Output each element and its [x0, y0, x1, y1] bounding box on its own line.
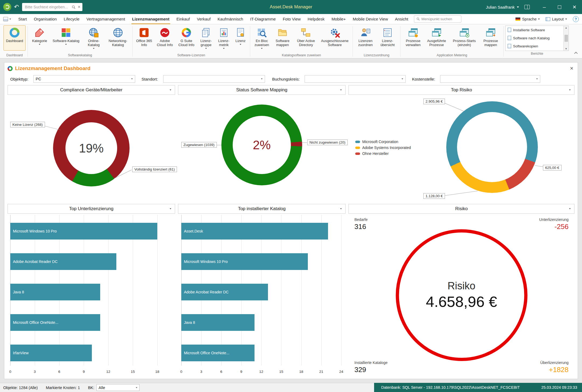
kostenstelle-combo[interactable] [440, 75, 540, 83]
kategorie-button[interactable]: Kategorie [30, 25, 50, 51]
lizenzmetrik-button[interactable]: Lizenz-metrik [215, 25, 232, 51]
button-label: Dashboard [6, 39, 23, 43]
minimize-button[interactable]: – [537, 0, 552, 14]
office365-info-button[interactable]: Office 365 Info [134, 25, 154, 51]
statusbar-right: Datenbank: SQL Server - 192.168.10.179\S… [374, 383, 582, 392]
tab-organisation[interactable]: Organisation [30, 14, 60, 24]
tab-verkauf[interactable]: Verkauf [193, 14, 214, 24]
callout-adobe-value: 1.128,00 € [423, 193, 445, 199]
close-icon[interactable]: × [569, 65, 574, 71]
legend-marker [355, 147, 360, 149]
tab-foto-view[interactable]: Foto View [279, 14, 304, 24]
legend-item-ohne-hersteller: Ohne Hersteller [355, 151, 411, 157]
scroll-down-icon[interactable]: ▼ [565, 47, 567, 50]
tab-vertragsmanagement[interactable]: Vertragsmanagement [83, 14, 128, 24]
button-label: Software mappen [273, 39, 292, 47]
menu-tabbar: Start Organisation Lifecycle Vertragsman… [0, 14, 582, 24]
language-menu[interactable]: Sprache [515, 17, 540, 21]
status-mapping-panel: Status Software Mapping 2% Zugewiesen (1… [178, 85, 346, 202]
window-title: Asset.Desk Manager [270, 4, 312, 10]
lizenz-button[interactable]: Lizenz [233, 25, 248, 51]
chart-options-button[interactable] [167, 86, 174, 94]
networking-katalog-button[interactable]: Networking-Katalog [106, 25, 130, 51]
tab-kaufmaennisch[interactable]: Kaufmännisch [214, 14, 247, 24]
callout-keine-lizenz: Keine Lizenz (268) [10, 122, 45, 127]
bar-label: Java 8 [10, 290, 24, 294]
menu-search[interactable] [414, 15, 461, 23]
scroll-up-icon[interactable]: ▲ [565, 26, 567, 29]
report-item-software-nach-katalog[interactable]: Software nach Katalog [506, 34, 563, 42]
online-katalog-button[interactable]: Online-Katalog [82, 25, 105, 51]
maximize-button[interactable] [552, 0, 567, 14]
panel-layout-icon[interactable] [524, 5, 530, 9]
tab-einkauf[interactable]: Einkauf [173, 14, 193, 24]
chart-options-button[interactable] [337, 86, 344, 94]
chart-header: Status Software Mapping [178, 85, 346, 95]
top-installierter-katalog-chart: 03691215182124Asset.DeskMicrosoft Window… [178, 214, 346, 376]
tab-start[interactable]: Start [15, 14, 30, 24]
axis-tick-label: 15 [279, 370, 283, 374]
tab-ansicht[interactable]: Ansicht [391, 14, 412, 24]
dashboard-button[interactable]: Dashboard [4, 25, 26, 51]
menu-search-input[interactable] [421, 17, 459, 21]
tab-helpdesk[interactable]: Helpdesk [304, 14, 328, 24]
software-katalog-button[interactable]: Software-Katalog [50, 25, 82, 51]
close-button[interactable]: × [567, 0, 582, 14]
chart-options-button[interactable] [566, 205, 573, 213]
compliance-percentage: 19% [79, 141, 104, 155]
software-mappen-button[interactable]: Software mappen [272, 25, 293, 51]
language-label: Sprache [522, 17, 536, 21]
ausgefuehrte-prozesse-button[interactable]: Ausgeführte Prozesse [424, 25, 449, 51]
en-bloc-zuweisen-button[interactable]: En Bloc zuweisen [252, 25, 271, 51]
buchungskreis-combo[interactable] [305, 75, 406, 83]
global-search[interactable]: × [22, 3, 82, 11]
button-label: Prozesse verwalten [404, 39, 423, 47]
legend-label: Adobe Systems Incorporated [362, 145, 411, 150]
bk-select[interactable]: Alle [96, 384, 140, 391]
gsuite-cloud-info-button[interactable]: G Suite Cloud Info [176, 25, 197, 51]
ueber-active-directory-button[interactable]: Über Active Directory [294, 25, 318, 51]
adobe-cloud-info-button[interactable]: Adobe Cloud Info [154, 25, 175, 51]
prozesse-mappen-button[interactable]: Prozesse mappen [480, 25, 501, 51]
top-risiko-donut [446, 101, 538, 193]
bar-label: Microsoft Office OneNote... [10, 320, 58, 325]
clear-search-icon[interactable]: × [77, 5, 81, 9]
stat-installierte-kataloge: Installierte Kataloge 329 [354, 360, 388, 374]
chart-options-button[interactable] [167, 205, 174, 213]
chart-options-button[interactable] [337, 205, 344, 213]
scrollbar-thumb[interactable] [564, 35, 568, 42]
plot-area: 0369121518Microsoft Windows 10 ProAdobe … [10, 215, 157, 366]
tab-mobile-plus[interactable]: Mobile+ [328, 14, 349, 24]
ausgeschlossene-software-button[interactable]: Ausgeschlossene Software [319, 25, 351, 51]
lizenzen-zuordnen-button[interactable]: Lizenzen zuordnen [355, 25, 376, 51]
tab-it-diagramme[interactable]: IT-Diagramme [247, 14, 279, 24]
stat-label: Installierte Kataloge [354, 360, 388, 365]
ribbon-group-application-metering: Prozesse verwalten Ausgeführte Prozesse … [401, 25, 503, 58]
lizenzgruppe-button[interactable]: Lizenz-gruppe [197, 25, 215, 51]
prozesse-verwalten-button[interactable]: Prozesse verwalten [402, 25, 424, 51]
report-item-installierte-software[interactable]: Installierte Software [506, 26, 563, 34]
tab-lizenzmanagement[interactable]: Lizenzmanagement [129, 14, 173, 24]
user-menu[interactable]: Julian Saalfrank [486, 5, 519, 9]
collapse-ribbon-button[interactable] [575, 51, 577, 55]
app-menu-button[interactable] [3, 17, 11, 21]
risk-title: Risiko [448, 280, 475, 292]
scrollbar[interactable]: ▲ ▼ [563, 26, 569, 51]
global-search-input[interactable] [25, 5, 70, 9]
chart-header: Top installierter Katalog [178, 204, 346, 214]
help-icon[interactable]: ? [573, 16, 579, 22]
search-icon[interactable] [72, 5, 76, 9]
objekttyp-combo[interactable]: PC [33, 75, 135, 83]
standort-combo[interactable] [163, 75, 265, 83]
chart-options-button[interactable] [566, 86, 573, 94]
layout-menu[interactable]: Layout [546, 17, 567, 21]
undo-icon[interactable]: ↶ [14, 4, 19, 11]
prozess-starts-button[interactable]: Prozess-Starts (einzeln) [449, 25, 479, 51]
report-item-softwarekopien[interactable]: Softwarekopien [506, 42, 563, 50]
tab-lifecycle[interactable]: Lifecycle [60, 14, 83, 24]
adobe-cloud-icon [159, 27, 170, 38]
chart-header: Compliance Geräte/Mitarbeiter [8, 85, 175, 95]
lizenz-uebersicht-button[interactable]: Lizenz-übersicht [377, 25, 398, 51]
objekttyp-label: Objekttyp: [10, 77, 29, 81]
tab-mobile-device-view[interactable]: Mobile Device View [349, 14, 392, 24]
